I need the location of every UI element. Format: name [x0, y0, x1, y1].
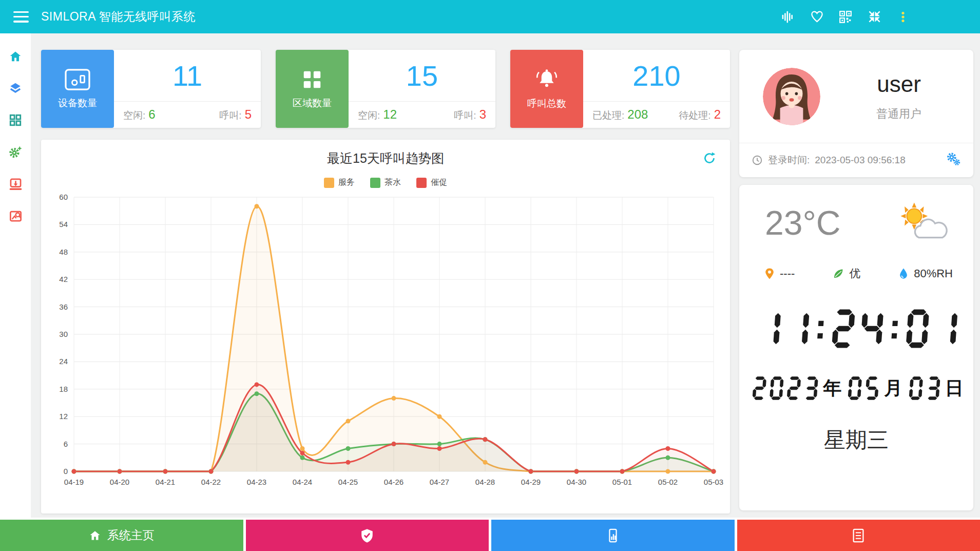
svg-text:04-24: 04-24 [293, 478, 312, 486]
user-card-top: user 普通用户 [739, 50, 973, 143]
svg-text:04-25: 04-25 [338, 478, 358, 486]
stat-sub-row: 空闲:6 呼叫:5 [114, 101, 261, 128]
legend-item[interactable]: 茶水 [370, 177, 401, 188]
stat-value: 11 [114, 50, 261, 101]
stat-card-devices: 设备数量 11 空闲:6 呼叫:5 [41, 50, 261, 128]
svg-text:12: 12 [59, 412, 68, 421]
chart-card: 最近15天呼叫趋势图 服务茶水催促 0612182430364248546004… [41, 140, 730, 514]
sidebar-item-home[interactable] [8, 49, 23, 64]
sun-cloud-icon [892, 200, 950, 245]
svg-text:04-28: 04-28 [475, 478, 495, 486]
stat-sub-row: 空闲:12 呼叫:3 [349, 101, 495, 128]
stat-sub-left: 空闲:6 [123, 107, 156, 122]
svg-text:0: 0 [64, 467, 68, 476]
bottombar-statistics[interactable] [491, 520, 735, 551]
clock-icon [752, 155, 763, 166]
stat-sub-right: 呼叫:5 [219, 107, 252, 122]
svg-text:04-22: 04-22 [201, 478, 221, 486]
svg-text:05-03: 05-03 [704, 478, 723, 486]
stat-label: 区域数量 [293, 97, 332, 110]
humidity-item: 80%RH [898, 267, 953, 280]
user-settings-gears-icon[interactable] [946, 151, 961, 168]
svg-text:04-23: 04-23 [247, 478, 266, 486]
login-time-value: 2023-05-03 09:56:18 [815, 155, 905, 166]
svg-text:30: 30 [59, 330, 68, 338]
sidebar [0, 33, 31, 520]
stat-sub-right: 呼叫:3 [454, 107, 486, 122]
svg-text:04-19: 04-19 [64, 478, 84, 486]
stat-body: 11 空闲:6 呼叫:5 [114, 50, 261, 128]
svg-text:36: 36 [59, 302, 68, 311]
stat-accent-zones: 区域数量 [276, 50, 349, 128]
digital-date: 年 月 日 [739, 376, 973, 402]
kebab-menu-icon[interactable] [896, 10, 910, 24]
legend-item[interactable]: 服务 [324, 177, 355, 188]
stat-sub-left: 已处理:208 [592, 107, 648, 122]
month-unit: 月 [884, 376, 902, 402]
legend-label: 服务 [338, 177, 355, 188]
app-title: SIMLORA 智能无线呼叫系统 [41, 9, 196, 25]
gear-sparkle-icon [9, 145, 23, 159]
topbar-icons [781, 10, 967, 24]
sidebar-item-export[interactable] [8, 176, 23, 192]
shield-check-icon [359, 528, 375, 543]
qr-code-icon[interactable] [838, 10, 853, 24]
stat-accent-devices: 设备数量 [41, 50, 114, 128]
sidebar-item-settings[interactable] [8, 144, 23, 160]
qr-code-glyph [839, 10, 852, 24]
location-value: ---- [780, 267, 795, 280]
layers-icon [9, 82, 22, 95]
grid-icon [9, 113, 22, 127]
svg-text:48: 48 [59, 248, 68, 256]
login-row: 登录时间: 2023-05-03 09:56:18 [739, 143, 973, 177]
year-unit: 年 [823, 376, 841, 402]
stat-label: 呼叫总数 [527, 97, 566, 110]
svg-text:6: 6 [64, 440, 68, 448]
svg-text:04-21: 04-21 [156, 478, 175, 486]
bottombar-home[interactable]: 系统主页 [0, 520, 243, 551]
refresh-glyph [702, 151, 717, 165]
svg-text:04-27: 04-27 [430, 478, 449, 486]
menu-icon[interactable] [13, 11, 29, 23]
digital-date-day [906, 376, 942, 402]
svg-text:04-29: 04-29 [521, 478, 541, 486]
audio-waveform-glyph [781, 10, 795, 24]
stat-sub-left: 空闲:12 [358, 107, 397, 122]
user-role: 普通用户 [876, 106, 921, 122]
user-name: user [877, 71, 921, 97]
call-trend-chart: 0612182430364248546004-1904-2004-2104-22… [46, 190, 725, 491]
sidebar-item-image-search[interactable] [8, 208, 23, 223]
stat-card-zones: 区域数量 15 空闲:12 呼叫:3 [276, 50, 495, 128]
air-quality-value: 优 [849, 266, 860, 281]
stat-value: 15 [349, 50, 495, 101]
home-icon [9, 50, 22, 63]
legend-swatch [324, 178, 334, 188]
stat-value: 210 [583, 50, 730, 101]
svg-text:60: 60 [59, 193, 68, 201]
temperature: 23°C [765, 203, 840, 242]
heart-icon[interactable] [810, 10, 824, 24]
audio-waveform-icon[interactable] [781, 10, 795, 24]
weather-temp-row: 23°C [739, 185, 973, 245]
digital-clock [739, 309, 973, 350]
kebab-menu-glyph [897, 10, 909, 24]
legend-swatch [416, 178, 427, 188]
app-header: SIMLORA 智能无线呼叫系统 [0, 0, 980, 33]
user-names: user 普通用户 [848, 71, 950, 122]
weather-detail-row: ---- 优 80%RH [739, 245, 973, 281]
mobile-chart-icon [605, 528, 621, 543]
refresh-icon[interactable] [702, 151, 717, 167]
air-quality-item: 优 [832, 266, 860, 281]
bottombar-records[interactable] [737, 520, 980, 551]
chart-title: 最近15天呼叫趋势图 [46, 150, 725, 167]
compress-icon[interactable] [867, 10, 881, 24]
bottombar-security[interactable] [246, 520, 489, 551]
svg-text:04-26: 04-26 [384, 478, 403, 486]
sidebar-item-modules[interactable] [8, 112, 23, 128]
compress-glyph [868, 10, 881, 24]
image-search-icon [9, 209, 23, 223]
stat-card-calls: 呼叫总数 210 已处理:208 待处理:2 [510, 50, 730, 128]
sidebar-item-layers[interactable] [8, 81, 23, 96]
legend-item[interactable]: 催促 [416, 177, 447, 188]
gears-glyph [946, 151, 961, 167]
